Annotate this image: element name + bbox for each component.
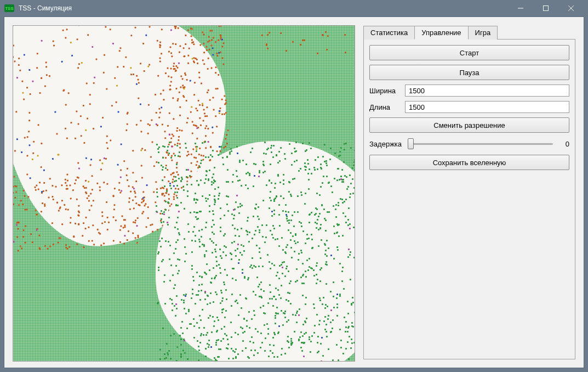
svg-rect-1 [544, 6, 549, 11]
delay-value: 0 [558, 140, 569, 148]
close-icon [568, 5, 574, 11]
tab-game[interactable]: Игра [468, 26, 498, 40]
save-button[interactable]: Сохранить вселенную [369, 155, 569, 170]
maximize-button[interactable] [533, 0, 558, 16]
pause-button[interactable]: Пауза [369, 65, 569, 80]
start-button[interactable]: Старт [369, 45, 569, 60]
delay-slider[interactable] [408, 137, 553, 150]
length-input[interactable] [405, 101, 569, 113]
app-icon: TSS [4, 4, 14, 12]
resize-button[interactable]: Сменить разрешение [369, 117, 569, 133]
side-panel: Статистика Управление Игра Старт Пауза Ш… [363, 25, 575, 359]
length-label: Длина [369, 103, 399, 111]
tab-bar: Статистика Управление Игра [363, 25, 575, 39]
window-controls [508, 0, 584, 16]
titlebar: TSS TSS - Симуляция [0, 0, 588, 16]
width-row: Ширина [369, 84, 569, 97]
tab-stats[interactable]: Статистика [363, 26, 415, 40]
minimize-button[interactable] [508, 0, 533, 16]
maximize-icon [543, 5, 549, 11]
minimize-icon [518, 5, 523, 11]
delay-label: Задержка [369, 140, 402, 148]
simulation-canvas[interactable] [13, 25, 355, 362]
window-title: TSS - Симуляция [19, 4, 508, 12]
width-label: Ширина [369, 87, 399, 95]
delay-row: Задержка 0 [369, 137, 569, 150]
close-button[interactable] [558, 0, 584, 16]
tab-content-control: Старт Пауза Ширина Длина Сменить разреше… [363, 39, 575, 359]
tab-control[interactable]: Управление [414, 26, 468, 40]
client-area: Статистика Управление Игра Старт Пауза Ш… [4, 16, 584, 368]
length-row: Длина [369, 101, 569, 113]
width-input[interactable] [405, 84, 569, 97]
